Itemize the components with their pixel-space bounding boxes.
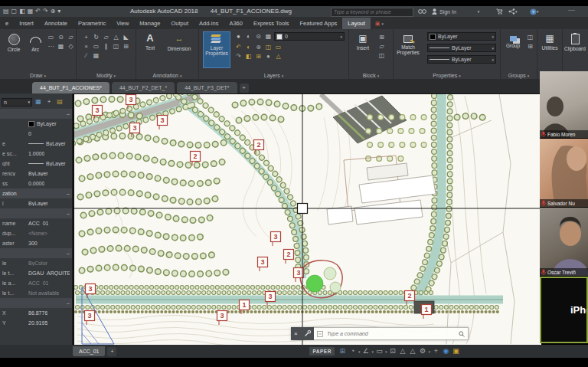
video-tile-1[interactable]: Fabio Moren <box>540 71 588 138</box>
qat-dropdown-icon[interactable]: ▾ <box>57 7 60 16</box>
tool-icon[interactable]: ⊞ <box>377 33 387 42</box>
palette-section-header[interactable]: – <box>0 298 72 308</box>
tool-icon[interactable]: ● <box>263 52 273 61</box>
clean-screen-icon[interactable]: ▣ <box>451 346 461 357</box>
panel-label-groups[interactable]: Groups ▾ <box>501 73 537 78</box>
infocenter-search[interactable] <box>331 8 413 17</box>
close-icon[interactable]: × <box>294 330 298 337</box>
tool-icon[interactable]: ▱ <box>377 42 387 51</box>
match-properties-button[interactable]: Match Properties <box>395 31 421 67</box>
panel-label-block[interactable]: Block ▾ <box>349 73 393 78</box>
tool-icon[interactable]: ◫ <box>111 42 121 51</box>
ortho-mode-icon-caret[interactable]: ▾ <box>371 349 374 354</box>
tool-icon[interactable]: △ <box>111 33 121 42</box>
property-value[interactable]: ByLayer <box>28 161 66 166</box>
plot-icon[interactable]: ⊕ <box>51 7 56 16</box>
tool-icon[interactable]: ▭ <box>46 33 56 42</box>
drafting-settings-icon[interactable]: ◔ <box>348 346 358 357</box>
ribbon-tab-insert[interactable]: Insert <box>14 18 39 29</box>
tool-icon[interactable]: ⊕ <box>253 43 263 52</box>
collapse-icon[interactable]: – <box>67 191 70 196</box>
drafting-settings-icon-caret[interactable]: ▾ <box>358 349 361 354</box>
command-input[interactable] <box>325 330 459 337</box>
layer-properties-button[interactable]: Layer Properties <box>203 31 230 68</box>
palette-section-header[interactable]: zation– <box>0 188 72 198</box>
ribbon-tab-express-tools[interactable]: Express Tools <box>248 18 295 29</box>
doc-tab[interactable]: 44_BUT_F2_DET_* <box>112 82 175 93</box>
signin-caret-icon[interactable]: ▾ <box>478 9 480 14</box>
property-value[interactable]: ByLayer <box>28 171 48 176</box>
tool-icon[interactable]: ↻ <box>91 33 101 42</box>
video-tile-iphone[interactable]: iPhone <box>540 277 588 343</box>
ribbon-tab-e[interactable]: e <box>0 18 14 29</box>
doc-tab[interactable]: 44_BUT_F1_ACCIONES* <box>32 82 109 93</box>
tool-icon[interactable]: ▦ <box>91 51 101 61</box>
tool-icon[interactable]: ∥ <box>101 42 111 51</box>
tool-icon[interactable]: ⊙ <box>56 33 66 42</box>
ortho-mode-icon[interactable]: ∠ <box>361 346 371 357</box>
ribbon-tab-output[interactable]: Output <box>165 18 194 29</box>
customize-wrench-icon[interactable] <box>304 330 311 337</box>
search-magnifier-icon[interactable] <box>459 331 465 337</box>
property-value[interactable]: 0 <box>28 131 31 136</box>
property-value[interactable]: <None> <box>28 231 47 236</box>
minimize-button[interactable]: — <box>568 6 575 14</box>
panel-label-modify[interactable]: Modify ▾ <box>77 73 136 78</box>
tool-icon[interactable]: ◐ <box>243 43 253 52</box>
ribbon-tab-layout[interactable]: Layout <box>342 18 371 29</box>
annotation-scale-icon[interactable]: ⊡ <box>387 346 397 357</box>
palette-section-header[interactable]: – <box>0 208 72 218</box>
tool-icon[interactable]: ⊞ <box>121 42 131 51</box>
tool-icon[interactable]: ◇ <box>66 42 76 51</box>
help-icon[interactable]: ? ▾ <box>530 8 539 15</box>
tool-icon[interactable]: ⊞ <box>525 42 535 51</box>
ribbon-tab-add-ins[interactable]: Add-ins <box>194 18 224 29</box>
settings-gear-icon-caret[interactable]: ▾ <box>428 349 430 354</box>
save-icon[interactable]: ▦ <box>28 7 34 16</box>
collapse-icon[interactable]: – <box>67 211 70 216</box>
tool-icon[interactable]: ⊞ <box>253 52 263 61</box>
ribbon-tab-view[interactable]: View <box>111 18 134 29</box>
property-value[interactable]: ACC_01 <box>28 280 48 286</box>
isolate-objects-icon[interactable]: + <box>431 346 441 357</box>
tool-icon[interactable]: ∕ <box>81 51 91 61</box>
property-value[interactable]: 0.0000 <box>28 181 44 186</box>
sign-in-button[interactable]: Sign In ▾ <box>432 8 479 15</box>
property-value[interactable]: 20.9195 <box>28 320 47 326</box>
ribbon-tab-a360[interactable]: A360 <box>224 18 248 29</box>
help-caret-icon[interactable]: ▾ <box>537 9 539 14</box>
quick-select-icon[interactable]: ▤ <box>55 97 64 106</box>
tool-icon[interactable]: ● <box>234 32 243 41</box>
property-value[interactable]: 300 <box>28 241 38 246</box>
select-objects-icon[interactable]: + <box>44 97 54 106</box>
new-file-icon[interactable]: ▢ <box>11 7 18 16</box>
utilities-button[interactable]: ▦ Utilities <box>539 31 560 67</box>
property-value[interactable]: ACC_01 <box>28 221 48 226</box>
video-tile-2[interactable]: Salvador Nu <box>540 139 588 207</box>
search-binoculars-icon[interactable] <box>418 8 426 15</box>
tool-icon[interactable]: ⋯ <box>46 42 56 51</box>
video-tile-3[interactable]: Oscar Treviñ <box>540 208 588 276</box>
tool-icon[interactable]: ▭ <box>273 43 283 52</box>
arc-button[interactable]: Arc <box>24 31 46 67</box>
tool-icon[interactable]: ▭ <box>91 42 101 51</box>
command-line[interactable]: × <box>291 327 469 340</box>
tool-icon[interactable]: ◫ <box>525 33 535 42</box>
search-input[interactable] <box>332 9 410 15</box>
open-file-icon[interactable]: ◧ <box>19 7 25 16</box>
tool-icon[interactable]: ▦ <box>56 42 66 51</box>
tool-icon[interactable]: ◫ <box>377 51 387 61</box>
tool-icon[interactable]: ◧ <box>243 52 253 61</box>
text-button[interactable]: A Text <box>139 31 161 67</box>
layer-dropdown[interactable]: 0▾ <box>274 32 345 41</box>
property-value[interactable]: 86.8776 <box>28 310 47 316</box>
palette-section-header[interactable]: – <box>0 248 72 258</box>
app-button-icon[interactable]: ▤ <box>3 7 9 16</box>
tool-icon[interactable]: ▱ <box>66 33 76 42</box>
tool-icon[interactable]: ◫ <box>263 43 273 52</box>
quick-view-icon[interactable]: ⊞ <box>338 346 348 357</box>
ribbon-tab-featured-apps[interactable]: Featured Apps <box>295 18 343 29</box>
collapse-icon[interactable]: – <box>67 111 70 116</box>
layout-tab-acc01[interactable]: ACC_01 <box>73 346 105 356</box>
clipboard-button[interactable]: Clipboard <box>564 31 586 67</box>
